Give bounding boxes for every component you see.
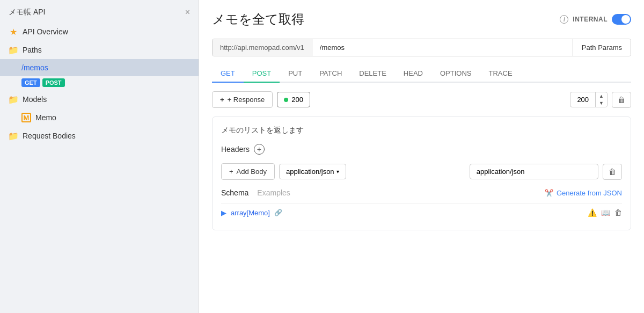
sidebar-item-models[interactable]: 📁 Models	[0, 90, 199, 108]
sidebar-item-label: Models	[23, 95, 47, 104]
sidebar-item-label: API Overview	[23, 27, 68, 36]
sidebar-nav: ★ API Overview 📁 Paths /memos GET POST 📁…	[0, 23, 199, 313]
internal-toggle[interactable]	[612, 14, 631, 25]
response-panel: メモのリストを返します Headers + + Add Body applica…	[212, 117, 631, 230]
expand-button[interactable]: ▶	[221, 209, 226, 217]
delete-response-button[interactable]: 🗑	[612, 92, 631, 108]
sidebar-item-label: Memo	[35, 113, 56, 122]
headers-row: Headers +	[221, 144, 622, 155]
generate-label: Generate from JSON	[557, 189, 622, 197]
tab-examples[interactable]: Examples	[257, 188, 290, 197]
stepper-arrows: ▲ ▼	[596, 93, 607, 107]
tab-head[interactable]: HEAD	[395, 65, 431, 83]
plus-icon: +	[220, 96, 224, 104]
tab-schema[interactable]: Schema	[221, 188, 248, 197]
schema-delete-button[interactable]: 🗑	[614, 208, 622, 217]
link-icon: 🔗	[274, 209, 282, 216]
sidebar-item-paths[interactable]: 📁 Paths	[0, 41, 199, 59]
headers-label: Headers	[221, 145, 250, 154]
response-bar: + + Response 200 200 ▲ ▼ 🗑	[212, 91, 631, 108]
method-badges: GET POST	[0, 76, 199, 90]
tab-delete[interactable]: DELETE	[350, 65, 395, 83]
magic-icon: ✂️	[545, 189, 553, 197]
plus-icon: +	[229, 168, 233, 176]
folder-amber-icon: 📁	[9, 131, 18, 141]
schema-docs-button[interactable]: 📖	[601, 208, 610, 217]
tab-patch[interactable]: PATCH	[311, 65, 350, 83]
internal-toggle-group: i INTERNAL	[560, 14, 631, 25]
sidebar-header: メモ帳 API ×	[0, 0, 199, 23]
schema-info-button[interactable]: ⚠️	[588, 208, 597, 217]
generate-from-json-button[interactable]: ✂️ Generate from JSON	[545, 189, 622, 197]
schema-item: ▶ array[Memo] 🔗 ⚠️ 📖 🗑	[221, 203, 622, 221]
tab-put[interactable]: PUT	[280, 65, 311, 83]
path-params-button[interactable]: Path Params	[573, 39, 631, 56]
status-code: 200	[291, 96, 303, 104]
sidebar-item-label: Request Bodies	[23, 132, 76, 140]
post-badge[interactable]: POST	[42, 78, 65, 87]
folder-blue-icon: 📁	[9, 94, 18, 104]
memos-path-label: /memos	[21, 63, 48, 72]
sidebar-close-button[interactable]: ×	[185, 8, 190, 17]
sidebar-item-memos[interactable]: /memos	[0, 59, 199, 76]
status-dot	[284, 98, 288, 102]
model-icon: M	[21, 113, 31, 122]
internal-label: INTERNAL	[573, 16, 608, 23]
page-title: メモを全て取得	[212, 11, 304, 28]
sidebar-item-request-bodies[interactable]: 📁 Request Bodies	[0, 127, 199, 145]
tab-get[interactable]: GET	[212, 65, 244, 83]
add-header-button[interactable]: +	[254, 144, 265, 155]
sidebar-item-label: Paths	[23, 46, 42, 54]
sidebar-item-memo[interactable]: M Memo	[0, 108, 199, 127]
schema-actions: ⚠️ 📖 🗑	[588, 208, 622, 217]
url-base: http://api.memopad.com/v1	[213, 39, 312, 56]
add-response-button[interactable]: + + Response	[212, 91, 273, 108]
folder-icon: 📁	[9, 45, 18, 55]
methods-tabs: GET POST PUT PATCH DELETE HEAD OPTIONS T…	[212, 65, 631, 83]
sidebar-title: メモ帳 API	[9, 8, 45, 17]
main-content: メモを全て取得 i INTERNAL http://api.memopad.co…	[199, 0, 644, 313]
content-type-select[interactable]: application/json ▾	[279, 164, 346, 179]
chevron-down-icon: ▾	[336, 169, 339, 174]
tab-trace[interactable]: TRACE	[480, 65, 521, 83]
main-header: メモを全て取得 i INTERNAL	[212, 11, 631, 28]
stepper-up[interactable]: ▲	[596, 93, 607, 100]
add-body-button[interactable]: + Add Body	[221, 163, 275, 180]
sidebar-item-api-overview[interactable]: ★ API Overview	[0, 23, 199, 41]
tab-options[interactable]: OPTIONS	[431, 65, 480, 83]
response-code-badge[interactable]: 200	[277, 92, 310, 107]
response-description: メモのリストを返します	[221, 126, 622, 135]
sidebar: メモ帳 API × ★ API Overview 📁 Paths /memos …	[0, 0, 199, 313]
star-icon: ★	[9, 27, 18, 37]
content-type-select-value: application/json	[286, 168, 334, 176]
get-badge[interactable]: GET	[21, 78, 40, 87]
schema-type: array[Memo]	[231, 209, 270, 217]
add-response-label: + Response	[228, 96, 265, 104]
delete-body-button[interactable]: 🗑	[603, 164, 622, 180]
toggle-knob	[621, 15, 630, 24]
tab-post[interactable]: POST	[244, 65, 280, 83]
code-stepper: 200 ▲ ▼	[570, 92, 608, 107]
url-path-input[interactable]	[312, 39, 573, 56]
stepper-value: 200	[570, 92, 596, 107]
stepper-down[interactable]: ▼	[596, 100, 607, 107]
body-row: + Add Body application/json ▾ 🗑	[221, 163, 622, 180]
content-type-input[interactable]	[470, 164, 598, 179]
url-bar: http://api.memopad.com/v1 Path Params	[212, 39, 631, 56]
add-body-label: Add Body	[237, 168, 267, 176]
schema-row: Schema Examples ✂️ Generate from JSON	[221, 188, 622, 197]
info-icon: i	[560, 15, 568, 24]
